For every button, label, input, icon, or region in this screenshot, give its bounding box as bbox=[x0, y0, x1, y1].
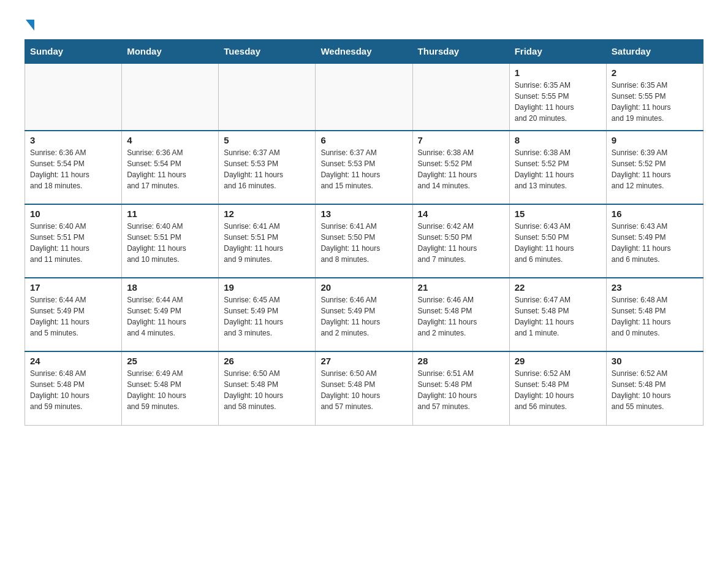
calendar-cell: 25Sunrise: 6:49 AM Sunset: 5:48 PM Dayli… bbox=[122, 351, 219, 425]
day-number: 30 bbox=[612, 356, 698, 366]
col-header-tuesday: Tuesday bbox=[219, 40, 316, 64]
day-number: 1 bbox=[515, 67, 601, 78]
day-number: 21 bbox=[418, 282, 504, 293]
day-number: 25 bbox=[127, 356, 213, 366]
calendar-cell: 20Sunrise: 6:46 AM Sunset: 5:49 PM Dayli… bbox=[316, 278, 412, 351]
day-number: 14 bbox=[418, 209, 504, 219]
day-number: 7 bbox=[418, 135, 504, 145]
day-info: Sunrise: 6:46 AM Sunset: 5:49 PM Dayligh… bbox=[320, 294, 407, 339]
day-number: 12 bbox=[224, 209, 310, 219]
calendar-cell: 22Sunrise: 6:47 AM Sunset: 5:48 PM Dayli… bbox=[509, 278, 606, 351]
calendar-cell bbox=[316, 63, 412, 131]
calendar-cell: 8Sunrise: 6:38 AM Sunset: 5:52 PM Daylig… bbox=[509, 131, 606, 204]
calendar-table: SundayMondayTuesdayWednesdayThursdayFrid… bbox=[25, 39, 703, 426]
day-number: 6 bbox=[320, 135, 407, 145]
calendar-cell: 6Sunrise: 6:37 AM Sunset: 5:53 PM Daylig… bbox=[316, 131, 412, 204]
calendar-cell: 16Sunrise: 6:43 AM Sunset: 5:49 PM Dayli… bbox=[606, 204, 703, 278]
day-number: 27 bbox=[320, 356, 407, 366]
calendar-cell bbox=[219, 63, 316, 131]
day-info: Sunrise: 6:35 AM Sunset: 5:55 PM Dayligh… bbox=[612, 80, 698, 124]
day-info: Sunrise: 6:41 AM Sunset: 5:51 PM Dayligh… bbox=[224, 221, 310, 265]
day-info: Sunrise: 6:41 AM Sunset: 5:50 PM Dayligh… bbox=[320, 221, 407, 265]
page-header bbox=[25, 18, 703, 28]
day-info: Sunrise: 6:37 AM Sunset: 5:53 PM Dayligh… bbox=[320, 147, 407, 191]
day-number: 9 bbox=[612, 135, 698, 145]
calendar-cell: 7Sunrise: 6:38 AM Sunset: 5:52 PM Daylig… bbox=[412, 131, 509, 204]
day-info: Sunrise: 6:45 AM Sunset: 5:49 PM Dayligh… bbox=[224, 294, 310, 339]
calendar-week-4: 17Sunrise: 6:44 AM Sunset: 5:49 PM Dayli… bbox=[25, 278, 703, 351]
day-info: Sunrise: 6:52 AM Sunset: 5:48 PM Dayligh… bbox=[612, 368, 698, 412]
day-info: Sunrise: 6:48 AM Sunset: 5:48 PM Dayligh… bbox=[30, 368, 116, 412]
day-info: Sunrise: 6:36 AM Sunset: 5:54 PM Dayligh… bbox=[30, 147, 116, 191]
day-number: 28 bbox=[418, 356, 504, 366]
calendar-cell: 21Sunrise: 6:46 AM Sunset: 5:48 PM Dayli… bbox=[412, 278, 509, 351]
calendar-cell: 4Sunrise: 6:36 AM Sunset: 5:54 PM Daylig… bbox=[122, 131, 219, 204]
day-number: 15 bbox=[515, 209, 601, 219]
day-info: Sunrise: 6:36 AM Sunset: 5:54 PM Dayligh… bbox=[127, 147, 213, 191]
day-number: 4 bbox=[127, 135, 213, 145]
day-info: Sunrise: 6:39 AM Sunset: 5:52 PM Dayligh… bbox=[612, 147, 698, 191]
calendar-cell bbox=[25, 63, 122, 131]
calendar-cell: 12Sunrise: 6:41 AM Sunset: 5:51 PM Dayli… bbox=[219, 204, 316, 278]
calendar-cell: 13Sunrise: 6:41 AM Sunset: 5:50 PM Dayli… bbox=[316, 204, 412, 278]
calendar-cell: 10Sunrise: 6:40 AM Sunset: 5:51 PM Dayli… bbox=[25, 204, 122, 278]
calendar-cell: 14Sunrise: 6:42 AM Sunset: 5:50 PM Dayli… bbox=[412, 204, 509, 278]
day-info: Sunrise: 6:52 AM Sunset: 5:48 PM Dayligh… bbox=[515, 368, 601, 412]
calendar-cell bbox=[412, 63, 509, 131]
day-info: Sunrise: 6:44 AM Sunset: 5:49 PM Dayligh… bbox=[30, 294, 116, 339]
day-info: Sunrise: 6:35 AM Sunset: 5:55 PM Dayligh… bbox=[515, 80, 601, 124]
logo-triangle-icon bbox=[26, 20, 34, 31]
col-header-monday: Monday bbox=[122, 40, 219, 64]
day-info: Sunrise: 6:50 AM Sunset: 5:48 PM Dayligh… bbox=[320, 368, 407, 412]
day-number: 8 bbox=[515, 135, 601, 145]
day-number: 11 bbox=[127, 209, 213, 219]
col-header-wednesday: Wednesday bbox=[316, 40, 412, 64]
calendar-cell: 23Sunrise: 6:48 AM Sunset: 5:48 PM Dayli… bbox=[606, 278, 703, 351]
col-header-saturday: Saturday bbox=[606, 40, 703, 64]
calendar-cell: 29Sunrise: 6:52 AM Sunset: 5:48 PM Dayli… bbox=[509, 351, 606, 425]
calendar-cell: 24Sunrise: 6:48 AM Sunset: 5:48 PM Dayli… bbox=[25, 351, 122, 425]
day-info: Sunrise: 6:48 AM Sunset: 5:48 PM Dayligh… bbox=[612, 294, 698, 339]
calendar-body: 1Sunrise: 6:35 AM Sunset: 5:55 PM Daylig… bbox=[25, 63, 703, 425]
calendar-week-5: 24Sunrise: 6:48 AM Sunset: 5:48 PM Dayli… bbox=[25, 351, 703, 425]
calendar-cell: 1Sunrise: 6:35 AM Sunset: 5:55 PM Daylig… bbox=[509, 63, 606, 131]
col-header-thursday: Thursday bbox=[412, 40, 509, 64]
calendar-cell: 19Sunrise: 6:45 AM Sunset: 5:49 PM Dayli… bbox=[219, 278, 316, 351]
day-info: Sunrise: 6:43 AM Sunset: 5:50 PM Dayligh… bbox=[515, 221, 601, 265]
calendar-cell: 9Sunrise: 6:39 AM Sunset: 5:52 PM Daylig… bbox=[606, 131, 703, 204]
calendar-week-3: 10Sunrise: 6:40 AM Sunset: 5:51 PM Dayli… bbox=[25, 204, 703, 278]
day-info: Sunrise: 6:43 AM Sunset: 5:49 PM Dayligh… bbox=[612, 221, 698, 265]
day-number: 26 bbox=[224, 356, 310, 366]
day-info: Sunrise: 6:49 AM Sunset: 5:48 PM Dayligh… bbox=[127, 368, 213, 412]
day-number: 23 bbox=[612, 282, 698, 293]
calendar-cell: 2Sunrise: 6:35 AM Sunset: 5:55 PM Daylig… bbox=[606, 63, 703, 131]
calendar-header: SundayMondayTuesdayWednesdayThursdayFrid… bbox=[25, 40, 703, 64]
calendar-cell bbox=[122, 63, 219, 131]
day-info: Sunrise: 6:40 AM Sunset: 5:51 PM Dayligh… bbox=[30, 221, 116, 265]
calendar-cell: 18Sunrise: 6:44 AM Sunset: 5:49 PM Dayli… bbox=[122, 278, 219, 351]
calendar-cell: 3Sunrise: 6:36 AM Sunset: 5:54 PM Daylig… bbox=[25, 131, 122, 204]
day-number: 29 bbox=[515, 356, 601, 366]
col-header-sunday: Sunday bbox=[25, 40, 122, 64]
day-info: Sunrise: 6:38 AM Sunset: 5:52 PM Dayligh… bbox=[418, 147, 504, 191]
day-info: Sunrise: 6:51 AM Sunset: 5:48 PM Dayligh… bbox=[418, 368, 504, 412]
day-info: Sunrise: 6:40 AM Sunset: 5:51 PM Dayligh… bbox=[127, 221, 213, 265]
day-number: 13 bbox=[320, 209, 407, 219]
day-number: 17 bbox=[30, 282, 116, 293]
day-info: Sunrise: 6:46 AM Sunset: 5:48 PM Dayligh… bbox=[418, 294, 504, 339]
day-info: Sunrise: 6:42 AM Sunset: 5:50 PM Dayligh… bbox=[418, 221, 504, 265]
calendar-cell: 15Sunrise: 6:43 AM Sunset: 5:50 PM Dayli… bbox=[509, 204, 606, 278]
day-info: Sunrise: 6:50 AM Sunset: 5:48 PM Dayligh… bbox=[224, 368, 310, 412]
calendar-week-1: 1Sunrise: 6:35 AM Sunset: 5:55 PM Daylig… bbox=[25, 63, 703, 131]
calendar-cell: 30Sunrise: 6:52 AM Sunset: 5:48 PM Dayli… bbox=[606, 351, 703, 425]
calendar-cell: 26Sunrise: 6:50 AM Sunset: 5:48 PM Dayli… bbox=[219, 351, 316, 425]
day-number: 22 bbox=[515, 282, 601, 293]
col-header-friday: Friday bbox=[509, 40, 606, 64]
day-info: Sunrise: 6:47 AM Sunset: 5:48 PM Dayligh… bbox=[515, 294, 601, 339]
day-info: Sunrise: 6:38 AM Sunset: 5:52 PM Dayligh… bbox=[515, 147, 601, 191]
calendar-cell: 17Sunrise: 6:44 AM Sunset: 5:49 PM Dayli… bbox=[25, 278, 122, 351]
calendar-week-2: 3Sunrise: 6:36 AM Sunset: 5:54 PM Daylig… bbox=[25, 131, 703, 204]
day-info: Sunrise: 6:44 AM Sunset: 5:49 PM Dayligh… bbox=[127, 294, 213, 339]
calendar-cell: 28Sunrise: 6:51 AM Sunset: 5:48 PM Dayli… bbox=[412, 351, 509, 425]
calendar-cell: 11Sunrise: 6:40 AM Sunset: 5:51 PM Dayli… bbox=[122, 204, 219, 278]
